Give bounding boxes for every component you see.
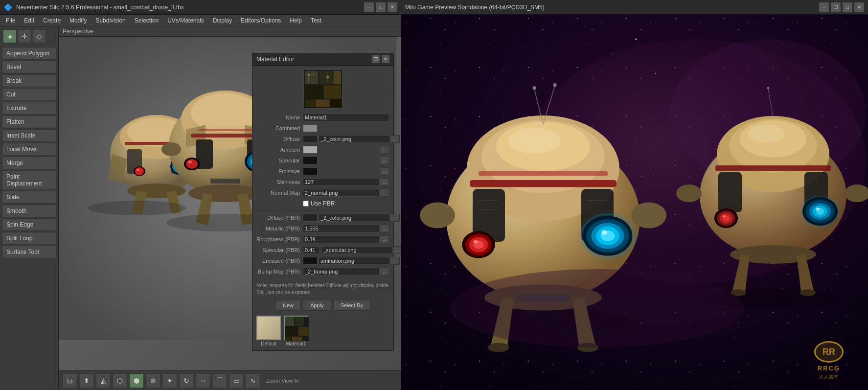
default-material-thumb[interactable]: Default — [256, 316, 281, 346]
rect-select-button[interactable]: ▭ — [229, 373, 244, 388]
ambient-browse-button[interactable]: … — [380, 146, 389, 154]
ue-close-button[interactable]: ✕ — [854, 2, 864, 12]
diffuse-pbr-browse-button[interactable]: … — [390, 214, 400, 222]
emissive-pbr-file-input[interactable] — [319, 257, 390, 265]
tool-slide[interactable]: Slide — [2, 191, 56, 204]
ue-restore-button[interactable]: ❐ — [831, 2, 841, 12]
menu-help[interactable]: Help — [286, 16, 306, 25]
use-pbr-checkbox[interactable] — [303, 201, 309, 206]
tool-append-polygon[interactable]: Append Polygon — [2, 47, 56, 60]
material-editor-title-bar: Material Editor ❐ ✕ — [252, 53, 393, 66]
material-editor-fields: Name Combined Diffuse … Ambient — [252, 113, 393, 280]
tool-extrude[interactable]: Extrude — [2, 102, 56, 115]
silo-minimize-button[interactable]: ─ — [364, 2, 374, 12]
material-editor-close[interactable]: ✕ — [382, 55, 389, 63]
diffuse-pbr-swatch[interactable] — [303, 214, 318, 222]
rotate-mode-button[interactable]: ◇ — [32, 29, 46, 43]
tool-surface-tool[interactable]: Surface Tool — [2, 246, 56, 258]
curve-button[interactable]: ⌒ — [212, 373, 227, 388]
diffuse-browse-button[interactable]: … — [390, 135, 400, 143]
scale-button[interactable]: ↔ — [196, 373, 210, 388]
tool-cut[interactable]: Cut — [2, 88, 56, 101]
specular-pbr-file-input[interactable] — [321, 246, 392, 254]
silo-close-button[interactable]: ✕ — [388, 2, 397, 12]
menu-editors-options[interactable]: Editors/Options — [237, 16, 285, 25]
roughness-pbr-browse-button[interactable]: … — [380, 235, 389, 243]
emissive-pbr-swatch[interactable] — [303, 257, 318, 265]
specular-pbr-value-input[interactable] — [303, 246, 320, 254]
diffuse-color-swatch[interactable] — [303, 135, 318, 143]
edge-mode-button[interactable]: ◭ — [96, 373, 111, 388]
tool-bevel[interactable]: Bevel — [2, 61, 56, 73]
svg-point-119 — [420, 203, 455, 229]
tool-split-loop[interactable]: Split Loop — [2, 232, 56, 245]
face-mode-button[interactable]: ⬡ — [113, 373, 127, 388]
shininess-input[interactable] — [303, 178, 380, 186]
tool-paint-displacement[interactable]: Paint Displacement — [2, 170, 56, 190]
specular-browse-button[interactable]: … — [380, 157, 389, 164]
object-mode-button[interactable]: ⬢ — [129, 373, 144, 388]
menu-test[interactable]: Test — [307, 16, 325, 25]
bump-map-browse-button[interactable]: … — [380, 268, 389, 275]
ue-maximize-button[interactable]: □ — [843, 2, 852, 12]
tool-merge[interactable]: Merge — [2, 157, 56, 169]
svg-rect-76 — [285, 317, 294, 326]
specular-color-swatch[interactable] — [303, 157, 318, 164]
rotate-button[interactable]: ↻ — [179, 373, 194, 388]
emissive-color-swatch[interactable] — [303, 167, 318, 175]
silo-app-icon: 🔷 — [4, 3, 12, 11]
select-component-button[interactable]: ⊡ — [63, 373, 77, 388]
normal-map-browse-button[interactable]: … — [380, 189, 389, 197]
menu-file[interactable]: File — [2, 16, 19, 25]
specular-pbr-browse-button[interactable]: … — [392, 246, 401, 254]
menu-edit[interactable]: Edit — [20, 16, 38, 25]
specular-pbr-label: Specular (PBR) — [256, 247, 303, 253]
apply-material-button[interactable]: Apply — [303, 300, 331, 311]
metallic-pbr-browse-button[interactable]: … — [380, 225, 389, 232]
vertex-mode-button[interactable]: ⬆ — [79, 373, 94, 388]
combined-color-swatch[interactable] — [303, 124, 318, 132]
material1-thumb[interactable]: Material1 — [284, 316, 308, 346]
diffuse-file-input[interactable] — [319, 135, 390, 143]
select-mode-button[interactable]: ◈ — [3, 29, 17, 43]
diffuse-pbr-input[interactable] — [319, 214, 390, 222]
menu-create[interactable]: Create — [39, 16, 65, 25]
svg-point-161 — [450, 269, 744, 347]
menu-modify[interactable]: Modify — [66, 16, 91, 25]
silo-maximize-button[interactable]: □ — [376, 2, 386, 12]
emissive-browse-button[interactable]: … — [380, 167, 389, 175]
ue-viewport[interactable]: 📷 💡 🎬 📸 ⛶ ⚙ — [401, 15, 868, 390]
tool-flatten[interactable]: Flatten — [2, 115, 56, 128]
tool-spin-edge[interactable]: Spin Edge — [2, 218, 56, 231]
silo-title-left: 🔷 Nevercenter Silo 2.5.6 Professional - … — [4, 3, 184, 11]
menu-subdivision[interactable]: Subdivision — [91, 16, 129, 25]
menu-selection[interactable]: Selection — [131, 16, 162, 25]
tool-smooth[interactable]: Smooth — [2, 205, 56, 217]
translate-button[interactable]: ✦ — [162, 373, 177, 388]
roughness-pbr-input[interactable] — [303, 235, 380, 243]
tool-inset-scale[interactable]: Inset Scale — [2, 129, 56, 142]
material-specular-row: Specular … — [256, 156, 389, 165]
ambient-color-swatch[interactable] — [303, 146, 318, 154]
svg-point-34 — [186, 159, 198, 169]
tool-local-move[interactable]: Local Move — [2, 143, 56, 156]
bump-map-input[interactable] — [303, 268, 380, 275]
shininess-browse-button[interactable]: … — [380, 178, 389, 186]
metallic-pbr-input[interactable] — [303, 225, 380, 232]
menu-display[interactable]: Display — [209, 16, 236, 25]
ue-3d-scene — [401, 15, 868, 390]
normal-map-input[interactable] — [303, 189, 380, 197]
select-by-material-button[interactable]: Select By — [333, 300, 370, 311]
menu-uvs-materials[interactable]: UVs/Materials — [163, 16, 208, 25]
material-editor-note: Note: textures for fields besides Diffus… — [252, 280, 393, 298]
new-material-button[interactable]: New — [275, 300, 301, 311]
material-editor-restore[interactable]: ❐ — [372, 55, 380, 63]
material-name-input[interactable] — [303, 114, 389, 121]
emissive-pbr-browse-button[interactable]: … — [390, 257, 400, 265]
paint-mode-button[interactable]: ⊘ — [146, 373, 160, 388]
tool-break[interactable]: Break — [2, 74, 56, 87]
ue-minimize-button[interactable]: ─ — [819, 2, 829, 12]
move-mode-button[interactable]: ✛ — [18, 29, 31, 43]
lasso-select-button[interactable]: ∿ — [246, 373, 260, 388]
svg-rect-62 — [305, 71, 318, 84]
